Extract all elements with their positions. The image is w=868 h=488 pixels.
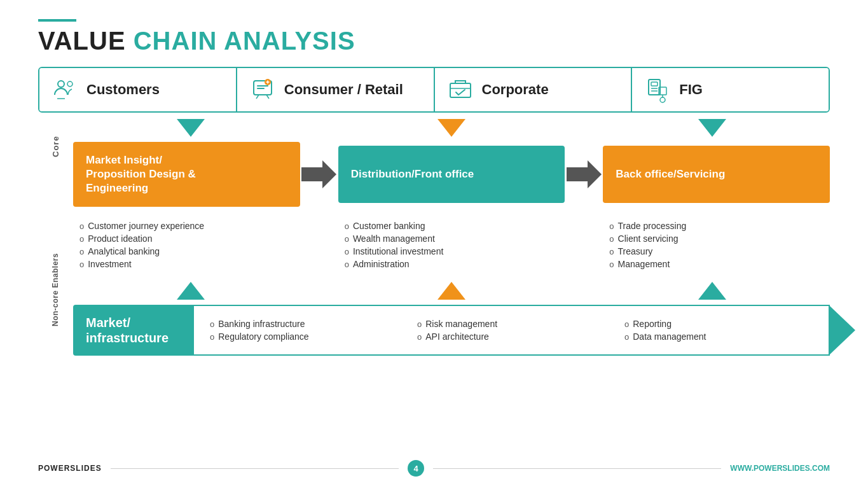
svg-rect-7 bbox=[651, 82, 658, 86]
core-side-label: Core bbox=[51, 118, 60, 175]
title-teal: CHAIN ANALYSIS bbox=[134, 27, 355, 55]
infra-col-3: Reporting Data management bbox=[615, 317, 822, 343]
corporate-icon bbox=[446, 76, 474, 104]
big-arrow-1 bbox=[301, 160, 336, 189]
category-consumer-retail: Consumer / Retail bbox=[237, 68, 435, 111]
footer-line-left bbox=[111, 468, 399, 469]
footer-page-number: 4 bbox=[408, 460, 424, 477]
infra-col-1: Banking infrastructure Regulatory compli… bbox=[200, 317, 408, 343]
category-corporate: Corporate bbox=[435, 68, 633, 111]
enabler-item: Customer banking bbox=[345, 220, 559, 232]
consumer-retail-label: Consumer / Retail bbox=[284, 81, 403, 98]
footer-brand: POWERSLIDES bbox=[38, 464, 102, 473]
core-box-distribution: Distribution/Front office bbox=[338, 146, 565, 203]
enabler-item: Management bbox=[609, 258, 823, 270]
enabler-item: Administration bbox=[345, 258, 559, 270]
main-title: VALUE CHAIN ANALYSIS bbox=[38, 27, 830, 55]
enabler-item: Product ideation bbox=[79, 232, 294, 245]
svg-point-11 bbox=[660, 97, 665, 102]
arrow-down-left bbox=[177, 119, 205, 137]
arrow-up-left bbox=[177, 282, 205, 300]
non-core-side-label: Non-core Enablers bbox=[51, 226, 60, 353]
enablers-row: Customer journey experience Product idea… bbox=[73, 211, 830, 279]
title-bold: VALUE bbox=[38, 27, 134, 55]
footer: POWERSLIDES 4 WWW.POWERSLIDES.COM bbox=[38, 460, 830, 477]
enabler-item: Analytical banking bbox=[79, 245, 294, 258]
infra-cols: Banking infrastructure Regulatory compli… bbox=[200, 317, 822, 343]
title-accent-line bbox=[38, 19, 76, 22]
arrow-down-right bbox=[698, 119, 726, 137]
infra-item: Banking infrastructure bbox=[210, 317, 398, 330]
slide: VALUE CHAIN ANALYSIS Customers bbox=[0, 0, 868, 488]
svg-point-0 bbox=[58, 81, 64, 87]
corporate-label: Corporate bbox=[482, 81, 549, 98]
enablers-col-1: Customer journey experience Product idea… bbox=[73, 216, 300, 274]
arrow-down-center bbox=[437, 119, 465, 137]
arrow-2 bbox=[565, 160, 603, 189]
infrastructure-row: Market/ infrastructure Banking infrastru… bbox=[73, 305, 830, 356]
enabler-item: Client servicing bbox=[609, 232, 823, 245]
enabler-item: Trade processing bbox=[609, 220, 823, 232]
infra-content: Banking infrastructure Regulatory compli… bbox=[194, 305, 830, 356]
category-fig: FIG bbox=[632, 68, 829, 111]
infra-col-2: Risk management API architecture bbox=[408, 317, 615, 343]
customers-icon bbox=[51, 76, 79, 104]
enabler-item: Investment bbox=[79, 258, 294, 270]
arrow-up-right bbox=[698, 282, 726, 300]
enablers-col-2: Customer banking Wealth management Insti… bbox=[338, 216, 565, 274]
svg-rect-5 bbox=[450, 83, 471, 97]
infra-item: Data management bbox=[624, 330, 813, 343]
core-row: Market Insight/ Proposition Design & Eng… bbox=[73, 142, 830, 207]
core-box-backoffice: Back office/Servicing bbox=[603, 146, 830, 203]
enabler-item: Customer journey experience bbox=[79, 220, 294, 232]
fig-icon bbox=[644, 76, 672, 104]
enabler-item: Institutional investment bbox=[345, 245, 559, 258]
enablers-col-3: Trade processing Client servicing Treasu… bbox=[603, 216, 830, 274]
title-area: VALUE CHAIN ANALYSIS bbox=[38, 19, 830, 55]
core-box-market-insight: Market Insight/ Proposition Design & Eng… bbox=[73, 142, 300, 207]
customers-label: Customers bbox=[86, 81, 160, 98]
categories-row: Customers Consumer / Retail bbox=[38, 67, 830, 113]
infra-arrow-tip bbox=[830, 306, 855, 354]
arrow-1 bbox=[300, 160, 338, 189]
infra-item: Reporting bbox=[624, 317, 813, 330]
enabler-item: Treasury bbox=[609, 245, 823, 258]
consumer-retail-icon bbox=[249, 76, 277, 104]
infra-label: Market/ infrastructure bbox=[73, 305, 194, 356]
arrow-up-center bbox=[437, 282, 465, 300]
enabler-item: Wealth management bbox=[345, 232, 559, 245]
big-arrow-2 bbox=[567, 160, 602, 189]
category-customers: Customers bbox=[39, 68, 237, 111]
infra-item: Regulatory compliance bbox=[210, 330, 398, 343]
infra-item: API architecture bbox=[417, 330, 605, 343]
svg-point-1 bbox=[67, 81, 72, 87]
footer-line-right bbox=[433, 468, 721, 469]
fig-label: FIG bbox=[679, 81, 703, 98]
footer-url: WWW.POWERSLIDES.COM bbox=[730, 464, 830, 473]
infra-item: Risk management bbox=[417, 317, 605, 330]
